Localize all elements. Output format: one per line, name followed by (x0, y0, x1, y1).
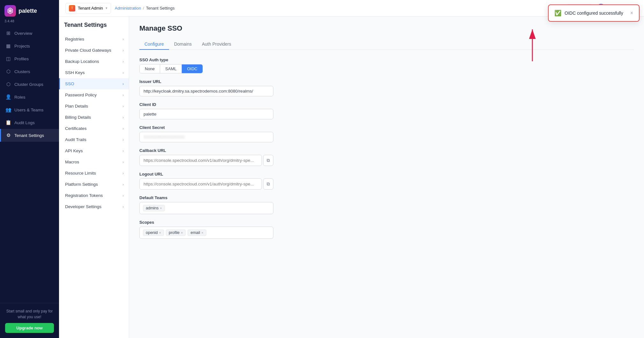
sub-nav-plan-details[interactable]: Plan Details › (59, 101, 129, 112)
sub-nav-certificates[interactable]: Certificates › (59, 123, 129, 134)
upgrade-button[interactable]: Upgrade now (5, 323, 54, 333)
issuer-url-input[interactable] (139, 86, 273, 96)
breadcrumb-admin-link[interactable]: Administration (115, 6, 141, 11)
issuer-url-group: Issuer URL (139, 79, 273, 96)
client-secret-label: Client Secret (139, 125, 273, 130)
sidebar-item-label: Overview (14, 31, 32, 36)
sub-nav-label: SSH Keys (65, 70, 85, 75)
logout-url-input[interactable] (139, 178, 262, 190)
client-id-label: Client ID (139, 102, 273, 107)
sub-nav-password-policy[interactable]: Password Policy › (59, 89, 129, 101)
sub-nav-label: Billing Details (65, 115, 91, 120)
callback-url-group: Callback URL ⧉ (139, 148, 273, 166)
sidebar-item-label: Roles (14, 95, 26, 100)
logout-url-label: Logout URL (139, 172, 273, 177)
sidebar-item-label: Users & Teams (14, 108, 43, 112)
sub-nav-resource-limits[interactable]: Resource Limits › (59, 168, 129, 179)
default-teams-group: Default Teams admins × (139, 195, 273, 214)
tenant-settings-icon: ⚙ (5, 132, 11, 138)
notification-close-button[interactable]: × (630, 10, 633, 16)
sub-nav-label: Registration Tokens (65, 193, 103, 198)
auth-type-saml[interactable]: SAML (160, 64, 182, 73)
tag-label: profile (169, 230, 180, 235)
chevron-right-icon: › (122, 59, 124, 64)
sub-nav-registries[interactable]: Registries › (59, 34, 129, 45)
sub-nav-sso[interactable]: SSO › (59, 78, 129, 89)
tag-label: openid (146, 230, 158, 235)
success-notification: ✅ OIDC configured successfully × (548, 4, 640, 22)
promo-text: Start small and only pay for what you us… (5, 308, 54, 320)
sidebar-item-tenant-settings[interactable]: ⚙ Tenant Settings (0, 129, 59, 142)
callback-url-input[interactable] (139, 155, 262, 166)
audit-logs-icon: 📋 (5, 120, 11, 125)
sidebar-item-projects[interactable]: ▦ Projects (0, 40, 59, 52)
sub-nav-api-keys[interactable]: API Keys › (59, 145, 129, 156)
sub-nav-label: Platform Settings (65, 182, 98, 187)
logo-icon (4, 5, 16, 17)
chevron-right-icon: › (122, 93, 124, 97)
sub-nav-label: Plan Details (65, 104, 88, 109)
sub-nav-backup-locations[interactable]: Backup Locations › (59, 56, 129, 67)
sidebar-item-overview[interactable]: ⊞ Overview (0, 27, 59, 40)
chevron-right-icon: › (122, 48, 124, 53)
client-secret-input[interactable] (139, 132, 273, 142)
sub-nav-developer-settings[interactable]: Developer Settings › (59, 201, 129, 212)
tag-remove-button[interactable]: × (201, 231, 203, 235)
issuer-url-label: Issuer URL (139, 79, 273, 84)
sub-nav-label: Registries (65, 37, 84, 41)
chevron-right-icon: › (122, 193, 124, 198)
breadcrumb: Administration / Tenant Settings (115, 6, 175, 11)
profiles-icon: ◫ (5, 56, 11, 62)
scopes-input[interactable]: openid × profile × email × (139, 227, 273, 239)
scope-tag-openid: openid × (143, 229, 164, 236)
sidebar-item-users-teams[interactable]: 👥 Users & Teams (0, 103, 59, 116)
sidebar-item-clusters[interactable]: ⬡ Clusters (0, 65, 59, 78)
sub-nav-label: Resource Limits (65, 171, 96, 176)
sidebar-item-roles[interactable]: 👤 Roles (0, 91, 59, 103)
tag-remove-button[interactable]: × (160, 206, 162, 210)
sub-sidebar: Tenant Settings Registries › Private Clo… (59, 17, 129, 338)
tag-remove-button[interactable]: × (181, 231, 183, 235)
sidebar-item-label: Cluster Groups (14, 82, 43, 87)
sub-nav-audit-trails[interactable]: Audit Trails › (59, 134, 129, 145)
notification-message: OIDC configured successfully (565, 11, 623, 16)
logout-url-group: Logout URL ⧉ (139, 172, 273, 190)
overview-icon: ⊞ (5, 30, 11, 36)
tag-remove-button[interactable]: × (159, 231, 161, 235)
tag-label: admins (146, 206, 159, 210)
sidebar-item-label: Profiles (14, 56, 29, 61)
chevron-right-icon: › (122, 71, 124, 75)
sub-nav-private-cloud-gateways[interactable]: Private Cloud Gateways › (59, 45, 129, 56)
main-nav: ⊞ Overview ▦ Projects ◫ Profiles ⬡ Clust… (0, 27, 59, 303)
sub-nav-billing-details[interactable]: Billing Details › (59, 112, 129, 123)
tenant-icon: T (69, 5, 75, 11)
sso-auth-type-label: SSO Auth type (139, 57, 273, 62)
auth-type-none[interactable]: None (140, 64, 160, 73)
tab-auth-providers[interactable]: Auth Providers (197, 39, 236, 50)
auth-type-oidc[interactable]: OIDC (182, 64, 203, 73)
sub-nav-registration-tokens[interactable]: Registration Tokens › (59, 190, 129, 201)
chevron-right-icon: › (122, 171, 124, 176)
sidebar-item-cluster-groups[interactable]: ⬡ Cluster Groups (0, 78, 59, 91)
tab-configure[interactable]: Configure (139, 39, 169, 50)
tab-domains[interactable]: Domains (169, 39, 197, 50)
roles-icon: 👤 (5, 94, 11, 100)
callback-url-label: Callback URL (139, 148, 273, 153)
sub-nav-platform-settings[interactable]: Platform Settings › (59, 179, 129, 190)
client-id-input[interactable] (139, 109, 273, 119)
tenant-selector[interactable]: T Tenant Admin ▾ (65, 3, 111, 14)
sidebar-item-profiles[interactable]: ◫ Profiles (0, 52, 59, 65)
default-teams-input[interactable]: admins × (139, 202, 273, 214)
logout-url-copy-button[interactable]: ⧉ (263, 178, 273, 190)
sidebar-bottom: Start small and only pay for what you us… (0, 303, 59, 338)
sidebar-item-audit-logs[interactable]: 📋 Audit Logs (0, 116, 59, 129)
callback-url-copy-button[interactable]: ⧉ (263, 155, 273, 166)
sidebar-item-label: Tenant Settings (14, 133, 44, 138)
sub-nav-ssh-keys[interactable]: SSH Keys › (59, 67, 129, 78)
sub-nav-label: Backup Locations (65, 59, 99, 64)
tenant-label: Tenant Admin (78, 6, 103, 11)
chevron-right-icon: › (122, 138, 124, 142)
sub-nav-macros[interactable]: Macros › (59, 156, 129, 168)
inner-layout: Tenant Settings Registries › Private Clo… (59, 17, 644, 338)
sub-nav-label: Private Cloud Gateways (65, 48, 111, 53)
